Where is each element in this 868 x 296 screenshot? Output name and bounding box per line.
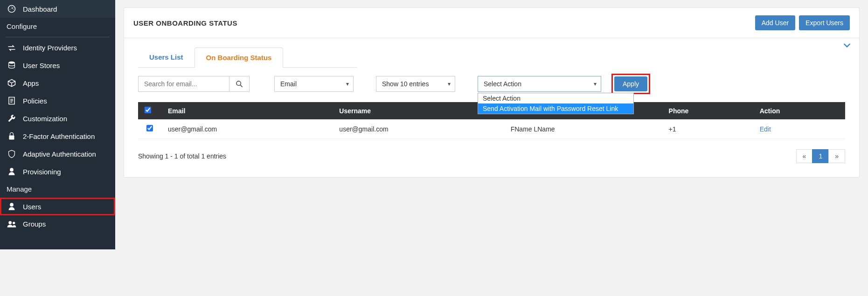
sidebar-item-label: Identity Providers xyxy=(23,44,77,52)
sidebar-item-identity-providers[interactable]: Identity Providers xyxy=(0,39,115,56)
svg-line-15 xyxy=(240,85,243,87)
sidebar-item-label: Customization xyxy=(23,115,67,123)
showing-text: Showing 1 - 1 of total 1 entries xyxy=(138,152,226,160)
panel: Users List On Boarding Status Email Show… xyxy=(124,38,860,178)
search-group xyxy=(138,76,250,92)
sidebar-item-label: Users xyxy=(23,203,41,211)
page-next[interactable]: » xyxy=(828,149,845,163)
sidebar-item-groups[interactable]: Groups xyxy=(0,215,115,233)
table-row: user@gmail.com user@gmail.com FName LNam… xyxy=(138,119,845,139)
sidebar-item-label: Apps xyxy=(23,79,39,87)
sidebar-item-adaptive[interactable]: Adaptive Authentication xyxy=(0,145,115,163)
svg-point-12 xyxy=(8,221,12,224)
sidebar-item-user-stores[interactable]: User Stores xyxy=(0,56,115,74)
tab-onboarding-status[interactable]: On Boarding Status xyxy=(194,48,284,68)
user-icon xyxy=(7,202,17,211)
search-button[interactable] xyxy=(229,76,250,92)
pagination: « 1 » xyxy=(796,149,845,163)
svg-rect-9 xyxy=(9,136,14,140)
cell-action: Edit xyxy=(753,119,845,139)
row-select-cell xyxy=(138,119,161,139)
sidebar-item-customization[interactable]: Customization xyxy=(0,110,115,127)
page-1[interactable]: 1 xyxy=(812,149,829,163)
th-phone: Phone xyxy=(662,102,753,119)
lock-icon xyxy=(7,132,17,140)
svg-point-2 xyxy=(13,9,14,10)
sidebar-section-manage: Manage xyxy=(0,180,115,198)
sidebar: Dashboard Configure Identity Providers U… xyxy=(0,0,115,249)
page-prev[interactable]: « xyxy=(796,149,813,163)
cell-phone: +1 xyxy=(662,119,753,139)
shield-icon xyxy=(7,150,17,158)
sidebar-item-dashboard[interactable]: Dashboard xyxy=(0,0,115,18)
svg-point-4 xyxy=(9,62,15,64)
field-select[interactable]: Email xyxy=(274,76,354,92)
select-all-cell xyxy=(138,102,161,119)
svg-point-13 xyxy=(13,221,15,224)
svg-point-1 xyxy=(10,9,11,10)
main-content: USER ONBOARDING STATUS Add User Export U… xyxy=(115,0,868,249)
edit-link[interactable]: Edit xyxy=(760,125,771,133)
sidebar-item-label: Groups xyxy=(23,220,46,228)
th-action: Action xyxy=(753,102,845,119)
swap-icon xyxy=(7,45,17,51)
document-icon xyxy=(7,96,17,105)
add-user-button[interactable]: Add User xyxy=(755,15,795,30)
select-all-checkbox[interactable] xyxy=(145,107,151,113)
svg-point-10 xyxy=(10,168,14,172)
page-title: USER ONBOARDING STATUS xyxy=(133,19,237,27)
svg-point-11 xyxy=(10,203,14,207)
action-select[interactable]: Select Action xyxy=(478,76,601,92)
sidebar-item-label: Provisioning xyxy=(23,168,61,176)
sidebar-item-label: Policies xyxy=(23,97,47,105)
row-checkbox[interactable] xyxy=(146,125,153,131)
sidebar-item-label: Dashboard xyxy=(23,5,57,13)
users-group-icon xyxy=(7,220,17,228)
table-footer: Showing 1 - 1 of total 1 entries « 1 » xyxy=(138,149,845,163)
search-input[interactable] xyxy=(138,76,229,92)
cell-name: FName LName xyxy=(504,119,662,139)
divider xyxy=(6,37,110,37)
action-option-default[interactable]: Select Action xyxy=(478,93,633,103)
sidebar-section-configure: Configure xyxy=(0,18,115,35)
wrench-icon xyxy=(7,114,17,123)
search-icon xyxy=(236,80,243,88)
database-icon xyxy=(7,61,17,69)
tab-users-list[interactable]: Users List xyxy=(138,48,194,67)
tabs: Users List On Boarding Status xyxy=(138,48,357,68)
cell-email: user@gmail.com xyxy=(161,119,333,139)
sidebar-item-label: User Stores xyxy=(23,62,60,69)
sidebar-item-label: 2-Factor Authentication xyxy=(23,132,95,140)
user-icon xyxy=(7,167,17,176)
sidebar-item-apps[interactable]: Apps xyxy=(0,74,115,92)
svg-point-14 xyxy=(236,81,241,85)
collapse-icon[interactable] xyxy=(843,43,851,48)
filters-row: Email Show 10 entries Select Action Sele… xyxy=(138,76,845,92)
sidebar-item-users[interactable]: Users xyxy=(0,198,115,215)
export-users-button[interactable]: Export Users xyxy=(799,15,850,30)
sidebar-item-2fa[interactable]: 2-Factor Authentication xyxy=(0,127,115,145)
svg-point-3 xyxy=(11,7,12,8)
apply-button[interactable]: Apply xyxy=(614,76,647,91)
sidebar-item-provisioning[interactable]: Provisioning xyxy=(0,163,115,180)
cell-username: user@gmail.com xyxy=(333,119,504,139)
sidebar-item-label: Adaptive Authentication xyxy=(23,150,96,158)
th-email: Email xyxy=(161,102,333,119)
sidebar-item-policies[interactable]: Policies xyxy=(0,92,115,110)
dashboard-icon xyxy=(7,5,17,13)
page-header: USER ONBOARDING STATUS Add User Export U… xyxy=(124,7,860,38)
entries-select[interactable]: Show 10 entries xyxy=(376,76,455,92)
cube-icon xyxy=(7,79,17,87)
action-option-send-activation[interactable]: Send Activation Mail with Password Reset… xyxy=(478,103,633,114)
action-dropdown: Select Action Send Activation Mail with … xyxy=(478,93,634,114)
